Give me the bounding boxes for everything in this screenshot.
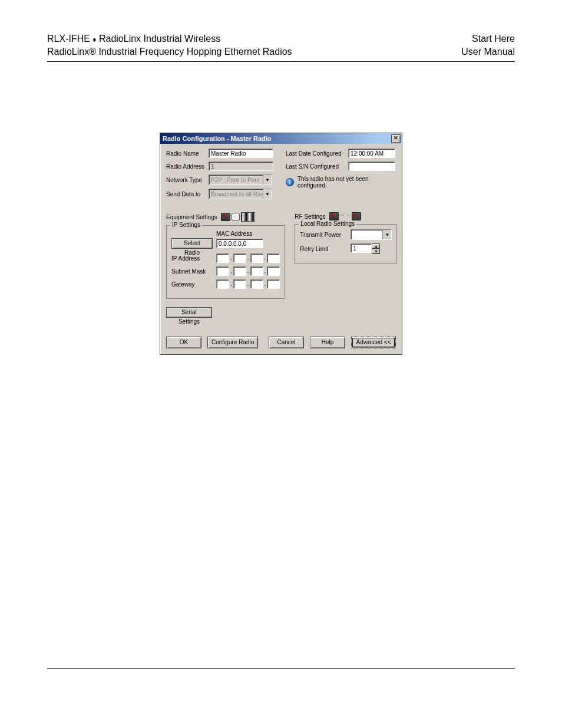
- radio-address-input: [209, 162, 273, 171]
- equipment-settings-label: Equipment Settings: [166, 214, 217, 220]
- info-icon: i: [286, 178, 294, 186]
- dialog-titlebar: Radio Configuration - Master Radio ✕: [160, 133, 402, 144]
- radio-config-dialog: Radio Configuration - Master Radio ✕ Rad…: [160, 133, 402, 355]
- rf-icons: [329, 212, 361, 220]
- product-name: RadioLinx Industrial Wireless: [99, 34, 220, 44]
- header-right-line2: User Manual: [461, 45, 515, 58]
- product-code: RLX-IFHE: [47, 34, 90, 44]
- status-message: This radio has not yet been configured.: [297, 176, 396, 189]
- send-data-select[interactable]: Broadcast to all Radios ▼: [209, 189, 272, 199]
- cable-icon: [232, 213, 240, 221]
- ip-settings-legend: IP Settings: [170, 222, 202, 228]
- spinner-down-icon[interactable]: ▼: [372, 249, 380, 254]
- transmit-power-label: Transmit Power: [300, 232, 347, 238]
- ip-address-label: IP Address: [171, 255, 213, 262]
- chevron-down-icon: ▼: [263, 175, 272, 185]
- dialog-title: Radio Configuration - Master Radio: [163, 135, 272, 142]
- mac-address-input[interactable]: [216, 239, 263, 248]
- footer-rule: [47, 668, 515, 669]
- header-left-line2: RadioLinx® Industrial Frequency Hopping …: [47, 45, 292, 58]
- rf-wave-icon: [340, 212, 351, 220]
- gateway-input[interactable]: ...: [216, 279, 280, 289]
- last-sn-input: [348, 162, 395, 171]
- subnet-mask-input[interactable]: ...: [216, 266, 280, 276]
- diamond-separator: ♦: [92, 35, 96, 44]
- barcode-icon: [241, 212, 255, 222]
- retry-limit-spinner[interactable]: ▲ ▼: [351, 243, 380, 254]
- radio-address-label: Radio Address: [166, 163, 205, 170]
- subnet-mask-label: Subnet Mask: [171, 268, 213, 275]
- header-left-line1: RLX-IFHE ♦ RadioLinx Industrial Wireless: [47, 32, 292, 45]
- send-data-label: Send Data to: [166, 191, 205, 197]
- cancel-button[interactable]: Cancel: [269, 337, 304, 348]
- serial-settings-button[interactable]: Serial Settings: [166, 307, 212, 318]
- transmit-power-select[interactable]: ▼: [351, 229, 392, 240]
- ip-settings-group: IP Settings MAC Address Select Radio IP …: [166, 225, 285, 299]
- rf-settings-label: RF Settings: [295, 213, 325, 220]
- chevron-down-icon: ▼: [263, 189, 272, 199]
- select-radio-button[interactable]: Select Radio: [171, 238, 213, 249]
- gateway-label: Gateway: [171, 281, 213, 288]
- radio-device-icon: [221, 213, 230, 221]
- ok-button[interactable]: OK: [166, 337, 201, 348]
- radio-name-input[interactable]: [209, 149, 273, 158]
- advanced-button[interactable]: Advanced <<: [351, 337, 396, 348]
- chevron-down-icon: ▼: [382, 230, 391, 239]
- network-type-label: Network Type: [166, 177, 205, 183]
- help-button[interactable]: Help: [310, 337, 345, 348]
- page-header: RLX-IFHE ♦ RadioLinx Industrial Wireless…: [47, 32, 515, 62]
- network-type-select[interactable]: P2P : Peer to Peer ▼: [209, 174, 272, 185]
- ip-address-input[interactable]: ...: [216, 253, 280, 263]
- last-sn-label: Last S/N Configured: [286, 163, 345, 170]
- close-button[interactable]: ✕: [391, 134, 401, 143]
- mac-address-label: MAC Address: [216, 230, 252, 237]
- radio-name-label: Radio Name: [166, 150, 205, 157]
- spinner-up-icon[interactable]: ▲: [372, 243, 380, 249]
- radio-device-icon: [352, 212, 361, 220]
- last-date-label: Last Date Configured: [286, 150, 345, 157]
- local-radio-settings-group: Local Radio Settings Transmit Power ▼ Re…: [295, 224, 397, 264]
- radio-device-icon: [329, 212, 339, 220]
- local-radio-settings-legend: Local Radio Settings: [299, 220, 356, 227]
- last-date-input: [348, 149, 395, 158]
- header-right-line1: Start Here: [461, 32, 515, 45]
- equipment-icons: [221, 212, 255, 222]
- retry-limit-label: Retry Limit: [300, 246, 347, 252]
- configure-radio-button[interactable]: Configure Radio: [207, 337, 258, 348]
